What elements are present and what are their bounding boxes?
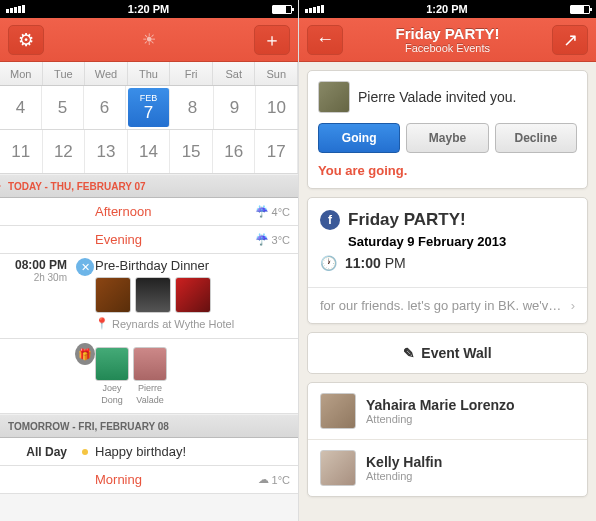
avatar[interactable]	[318, 81, 350, 113]
cal-day[interactable]: 14	[128, 130, 171, 173]
event-description[interactable]: for our friends. let's go party in BK. w…	[308, 287, 587, 323]
cal-day[interactable]: 12	[43, 130, 86, 173]
battery-icon	[272, 5, 292, 14]
cal-row: 11 12 13 14 15 16 17	[0, 130, 298, 174]
attendee-list: Yahaira Marie LorenzoAttending Kelly Hal…	[307, 382, 588, 497]
back-icon: ←	[316, 29, 334, 50]
back-button[interactable]: ←	[307, 25, 343, 55]
share-icon: ↗	[563, 29, 578, 51]
avatar[interactable]	[175, 277, 211, 313]
event-item[interactable]: All Day Happy birthday!	[0, 438, 298, 466]
statusbar: 1:20 PM	[299, 0, 596, 18]
tomorrow-header: TOMORROW - FRI, FEBRUARY 08	[0, 414, 298, 438]
invitees-row: 🎁 JoeyDong PierreValade	[0, 339, 298, 414]
pin-icon: 📍	[95, 317, 109, 330]
invite-text: Pierre Valade invited you.	[358, 89, 517, 105]
week-header: Mon Tue Wed Thu Fri Sat Sun	[0, 62, 298, 86]
maybe-button[interactable]: Maybe	[406, 123, 488, 153]
month-label: Feb	[140, 93, 158, 103]
avatar[interactable]	[95, 277, 131, 313]
gear-icon: ⚙	[18, 29, 34, 51]
cal-day[interactable]: 5	[42, 86, 84, 129]
time-slot[interactable]: Morning ☁ 1°C	[0, 466, 298, 494]
avatar	[133, 347, 167, 381]
weekday: Wed	[85, 62, 128, 85]
chevron-right-icon: ›	[571, 298, 575, 313]
rsvp-status: You are going.	[308, 163, 587, 188]
status-time: 1:20 PM	[128, 3, 170, 15]
attendee-name: Kelly Halfin	[366, 454, 442, 470]
clock-icon: 🕐	[320, 255, 337, 271]
statusbar: 1:20 PM	[0, 0, 298, 18]
avatar	[320, 393, 356, 429]
weekday: Sun	[255, 62, 298, 85]
weekday: Fri	[170, 62, 213, 85]
now-indicator-icon	[0, 182, 1, 190]
cal-day[interactable]: 8	[172, 86, 214, 129]
attendee-item[interactable]: Yahaira Marie LorenzoAttending	[308, 383, 587, 440]
slot-label: Evening	[95, 232, 255, 247]
signal-icon	[6, 5, 25, 13]
cal-day[interactable]: 6	[84, 86, 126, 129]
dot-icon	[82, 449, 88, 455]
avatar[interactable]	[135, 277, 171, 313]
event-location: 📍Reynards at Wythe Hotel	[95, 317, 290, 330]
weekday: Sat	[213, 62, 256, 85]
settings-button[interactable]: ⚙	[8, 25, 44, 55]
edit-icon: ✎	[403, 345, 415, 361]
weekday: Tue	[43, 62, 86, 85]
share-button[interactable]: ↗	[552, 25, 588, 55]
cal-day[interactable]: 9	[214, 86, 256, 129]
calendar-screen: 1:20 PM ⚙ ☀ ＋ Mon Tue Wed Thu Fri Sat Su…	[0, 0, 298, 521]
weather-icon: ☔ 4°C	[255, 205, 290, 218]
event-time: 08:00 PM2h 30m	[0, 258, 75, 283]
event-title: Happy birthday!	[95, 444, 290, 459]
close-icon[interactable]: ✕	[76, 258, 94, 276]
attendee-item[interactable]: Kelly HalfinAttending	[308, 440, 587, 496]
cal-day[interactable]: 17	[255, 130, 298, 173]
content[interactable]: Pierre Valade invited you. Going Maybe D…	[299, 62, 596, 521]
decline-button[interactable]: Decline	[495, 123, 577, 153]
rsvp-buttons: Going Maybe Decline	[308, 123, 587, 163]
cal-day[interactable]: 15	[170, 130, 213, 173]
slot-label: Morning	[95, 472, 258, 487]
signal-icon	[305, 5, 324, 13]
cal-day[interactable]: 11	[0, 130, 43, 173]
event-title: Friday PARTY!	[348, 210, 466, 230]
event-wall-button[interactable]: ✎ Event Wall	[307, 332, 588, 374]
cal-day[interactable]: 4	[0, 86, 42, 129]
time-slot[interactable]: Evening ☔ 3°C	[0, 226, 298, 254]
plus-icon: ＋	[263, 28, 281, 52]
time-slot[interactable]: Afternoon ☔ 4°C	[0, 198, 298, 226]
attendee-name: Yahaira Marie Lorenzo	[366, 397, 515, 413]
page-title: Friday PARTY! Facebook Events	[396, 25, 500, 54]
topbar: ← Friday PARTY! Facebook Events ↗	[299, 18, 596, 62]
cal-day[interactable]: 10	[256, 86, 298, 129]
weekday: Thu	[128, 62, 171, 85]
avatar	[95, 347, 129, 381]
cal-row: 4 5 6 Feb7 8 9 10	[0, 86, 298, 130]
facebook-icon: f	[320, 210, 340, 230]
person[interactable]: PierreValade	[133, 347, 167, 405]
attendee-status: Attending	[366, 413, 515, 425]
sunrise-icon: ☀	[142, 30, 156, 49]
topbar: ⚙ ☀ ＋	[0, 18, 298, 62]
invite-card: Pierre Valade invited you. Going Maybe D…	[307, 70, 588, 189]
event-item[interactable]: 08:00 PM2h 30m ✕ Pre-Birthday Dinner 📍Re…	[0, 254, 298, 339]
event-detail-screen: 1:20 PM ← Friday PARTY! Facebook Events …	[298, 0, 596, 521]
today-header: TODAY - THU, FEBRUARY 07	[0, 174, 298, 198]
battery-icon	[570, 5, 590, 14]
add-button[interactable]: ＋	[254, 25, 290, 55]
status-time: 1:20 PM	[426, 3, 468, 15]
going-button[interactable]: Going	[318, 123, 400, 153]
event-date: Saturday 9 February 2013	[348, 234, 575, 249]
cal-day[interactable]: 13	[85, 130, 128, 173]
gift-icon: 🎁	[75, 343, 95, 365]
event-details-card: fFriday PARTY! Saturday 9 February 2013 …	[307, 197, 588, 324]
weather-icon: ☔ 3°C	[255, 233, 290, 246]
cal-day-selected[interactable]: Feb7	[128, 88, 170, 127]
person[interactable]: JoeyDong	[95, 347, 129, 405]
cal-day[interactable]: 16	[213, 130, 256, 173]
attendee-status: Attending	[366, 470, 442, 482]
weekday: Mon	[0, 62, 43, 85]
